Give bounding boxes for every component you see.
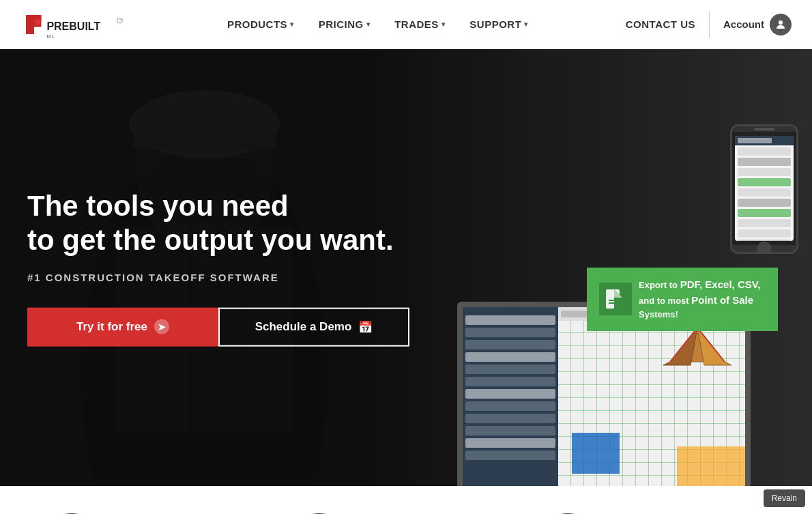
hero-buttons: Try it for free ➤ Schedule a Demo 📅: [27, 307, 409, 346]
try-free-button[interactable]: Try it for free ➤: [27, 307, 218, 346]
toolbar-btn: [561, 311, 588, 317]
sidebar-item: [465, 451, 555, 460]
sidebar-item: [465, 389, 555, 399]
phone-body: [730, 124, 798, 254]
phone-row: [738, 158, 791, 166]
schedule-demo-button[interactable]: Schedule a Demo 📅: [218, 307, 409, 346]
chevron-down-icon: ▾: [366, 20, 371, 28]
sidebar-item: [465, 414, 555, 423]
nav-trades[interactable]: TRADES ▾: [394, 18, 445, 30]
phone-row: [738, 178, 791, 186]
phone-speaker: [754, 128, 774, 130]
screen-main: [558, 307, 745, 486]
phone-row: [738, 199, 791, 207]
phone-row: [738, 229, 791, 238]
svg-point-7: [779, 20, 783, 25]
svg-text:™: ™: [119, 18, 123, 23]
hero-headline: The tools you need to get the output you…: [27, 189, 409, 258]
account-label: Account: [723, 18, 764, 30]
account-icon: [770, 14, 792, 35]
svg-text:ML: ML: [46, 33, 55, 39]
phone-row: [738, 219, 791, 227]
sidebar-item: [465, 401, 555, 411]
phone-bottom-bar: [732, 245, 796, 252]
nav-trades-link[interactable]: TRADES ▾: [394, 18, 445, 30]
hero-content: The tools you need to get the output you…: [27, 189, 409, 347]
phone-row: [738, 188, 791, 197]
nav-menu: PRODUCTS ▾ PRICING ▾ TRADES ▾ SUPPORT ▾: [227, 18, 528, 30]
hero-section: The tools you need to get the output you…: [0, 49, 812, 486]
arrow-right-icon: ➤: [154, 319, 169, 334]
phone-row: [738, 168, 791, 176]
phone-top-bar: [732, 126, 796, 132]
nav-pricing-link[interactable]: PRICING ▾: [319, 18, 371, 30]
account-button[interactable]: Account: [723, 14, 792, 35]
hero-subheadline: #1 CONSTRUCTION TAKEOFF SOFTWARE: [27, 271, 409, 283]
phone-row: [738, 240, 791, 241]
nav-products[interactable]: PRODUCTS ▾: [227, 18, 294, 30]
sidebar-item: [465, 377, 555, 386]
phone-row: [738, 209, 791, 217]
export-badge-text: Export to PDF, Excel, CSV, and to most P…: [639, 277, 766, 322]
phone-screen-header: [735, 136, 794, 145]
nav-support-link[interactable]: SUPPORT ▾: [469, 18, 528, 30]
chevron-down-icon: ▾: [524, 20, 528, 28]
logo[interactable]: PREBUILT ML ™: [20, 8, 130, 42]
nav-products-link[interactable]: PRODUCTS ▾: [227, 18, 294, 30]
bottom-section: 1 Getting started 2 Better tools 3 Cloud…: [0, 486, 812, 514]
screen-sidebar: [463, 307, 558, 486]
nav-support[interactable]: SUPPORT ▾: [469, 18, 528, 30]
nav-divider: [709, 11, 710, 38]
contact-us-link[interactable]: CONTACT US: [626, 18, 695, 30]
phone-header-text: [738, 138, 772, 143]
sidebar-item: [465, 365, 555, 374]
nav-right: CONTACT US Account: [626, 11, 792, 38]
sidebar-item: [465, 328, 555, 337]
sidebar-item: [465, 315, 555, 325]
sidebar-item: [465, 426, 555, 436]
svg-text:PREBUILT: PREBUILT: [46, 20, 100, 32]
blueprint-yellow-area: [677, 446, 745, 486]
navigation: PREBUILT ML ™ PRODUCTS ▾ PRICING ▾ TRADE…: [0, 0, 812, 49]
phone-home-button: [757, 242, 771, 254]
chevron-down-icon: ▾: [441, 20, 446, 28]
export-icon: [599, 283, 632, 315]
blueprint-blue-rect: [572, 433, 620, 474]
export-badge: Export to PDF, Excel, CSV, and to most P…: [587, 268, 778, 331]
sidebar-item: [465, 438, 555, 448]
phone-screen: [735, 136, 794, 241]
revain-badge: Revain: [764, 489, 805, 507]
svg-marker-2: [35, 19, 40, 25]
nav-pricing[interactable]: PRICING ▾: [319, 18, 371, 30]
phone-mockup: [730, 124, 798, 254]
phone-row: [738, 147, 791, 156]
sidebar-item: [465, 340, 555, 349]
calendar-icon: 📅: [358, 319, 373, 334]
sidebar-item: [465, 352, 555, 362]
chevron-down-icon: ▾: [290, 20, 294, 28]
